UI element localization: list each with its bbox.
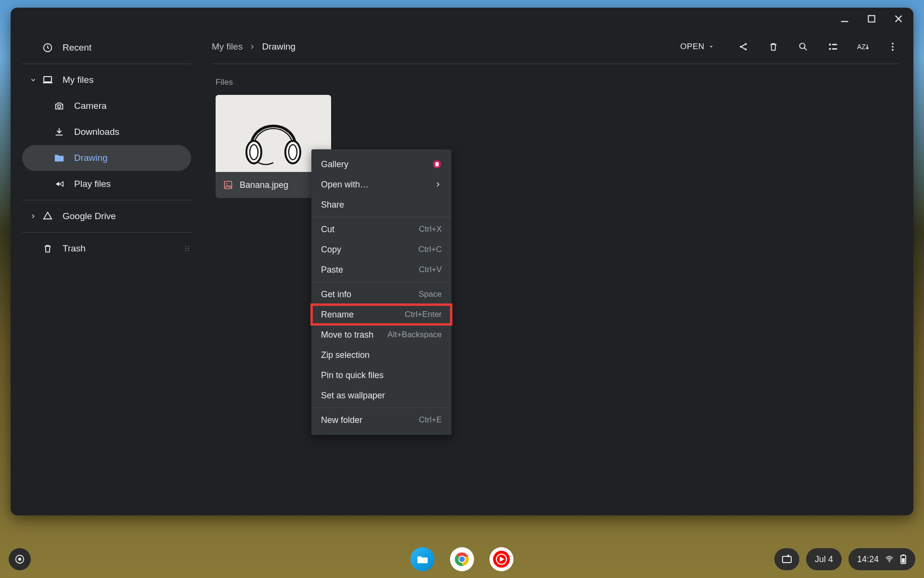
chevron-down-icon bbox=[25, 77, 41, 83]
sidebar-item-label: Downloads bbox=[74, 127, 119, 137]
ctx-paste[interactable]: Paste Ctrl+V bbox=[311, 260, 451, 280]
breadcrumb-current[interactable]: Drawing bbox=[262, 41, 295, 52]
ctx-label: Gallery bbox=[321, 159, 348, 170]
download-icon bbox=[53, 127, 65, 137]
launcher-button[interactable] bbox=[9, 548, 31, 570]
sidebar-item-label: Play files bbox=[74, 179, 111, 189]
shelf: Jul 4 14:24 bbox=[0, 540, 924, 578]
chevron-right-icon bbox=[25, 213, 41, 220]
open-button[interactable]: OPEN bbox=[675, 42, 719, 52]
shelf-screenshot-button[interactable] bbox=[774, 548, 799, 570]
svg-point-26 bbox=[250, 144, 258, 159]
close-button[interactable] bbox=[893, 13, 904, 24]
svg-point-14 bbox=[744, 43, 746, 45]
sidebar-item-camera[interactable]: Camera bbox=[11, 93, 203, 119]
battery-icon bbox=[900, 554, 907, 565]
svg-point-15 bbox=[744, 48, 746, 50]
view-toggle-button[interactable] bbox=[827, 40, 839, 53]
clock-icon bbox=[41, 42, 54, 53]
ctx-wallpaper[interactable]: Set as wallpaper bbox=[311, 385, 451, 406]
ctx-open-with[interactable]: Open with… bbox=[311, 174, 451, 195]
sidebar-item-label: Google Drive bbox=[63, 211, 116, 222]
ctx-rename[interactable]: Rename Ctrl+Enter bbox=[311, 304, 451, 325]
file-name: Banana.jpeg bbox=[240, 180, 288, 190]
gallery-app-icon bbox=[432, 159, 442, 169]
svg-rect-17 bbox=[829, 44, 831, 46]
sidebar-item-playfiles[interactable]: Play files bbox=[11, 171, 203, 197]
launcher-icon bbox=[14, 554, 25, 565]
ctx-copy[interactable]: Copy Ctrl+C bbox=[311, 239, 451, 260]
ctx-shortcut: Ctrl+C bbox=[418, 245, 442, 254]
shelf-date: Jul 4 bbox=[815, 554, 833, 565]
svg-rect-44 bbox=[902, 558, 905, 563]
laptop-icon bbox=[41, 74, 54, 86]
divider bbox=[22, 232, 191, 233]
svg-point-28 bbox=[289, 144, 297, 159]
ctx-shortcut: Ctrl+E bbox=[419, 415, 442, 425]
shelf-chrome-app[interactable] bbox=[450, 547, 474, 571]
svg-point-10 bbox=[188, 248, 189, 249]
sidebar-item-drawing[interactable]: Drawing bbox=[22, 145, 191, 171]
maximize-button[interactable] bbox=[866, 13, 877, 24]
ctx-label: Copy bbox=[321, 245, 341, 255]
sidebar-item-label: Trash bbox=[63, 243, 86, 254]
ctx-label: Set as wallpaper bbox=[321, 391, 385, 401]
shelf-ytmusic-app[interactable] bbox=[489, 547, 513, 571]
more-button[interactable] bbox=[886, 40, 899, 53]
svg-rect-0 bbox=[841, 21, 848, 22]
ctx-label: Move to trash bbox=[321, 330, 373, 340]
breadcrumb: My files Drawing bbox=[212, 41, 295, 52]
ctx-label: Share bbox=[321, 200, 344, 210]
sort-button[interactable]: AZ bbox=[857, 40, 869, 53]
screenshot-icon bbox=[781, 553, 793, 565]
svg-point-22 bbox=[892, 43, 894, 45]
camera-icon bbox=[53, 101, 65, 111]
folder-icon bbox=[416, 552, 429, 566]
share-button[interactable] bbox=[737, 40, 750, 53]
delete-button[interactable] bbox=[767, 40, 780, 53]
svg-rect-40 bbox=[783, 556, 791, 563]
play-icon bbox=[53, 179, 65, 189]
ctx-move-to-trash[interactable]: Move to trash Alt+Backspace bbox=[311, 325, 451, 345]
ctx-get-info[interactable]: Get info Space bbox=[311, 284, 451, 304]
sidebar-recent[interactable]: Recent bbox=[11, 35, 203, 61]
ctx-label: Paste bbox=[321, 265, 343, 275]
ctx-label: New folder bbox=[321, 415, 362, 425]
ctx-gallery[interactable]: Gallery bbox=[311, 154, 451, 174]
svg-rect-18 bbox=[829, 48, 831, 50]
divider bbox=[311, 282, 451, 282]
ctx-label: Get info bbox=[321, 289, 351, 300]
ctx-shortcut: Ctrl+V bbox=[419, 265, 442, 275]
open-label: OPEN bbox=[680, 42, 705, 52]
search-button[interactable] bbox=[797, 40, 809, 53]
ctx-cut[interactable]: Cut Ctrl+X bbox=[311, 219, 451, 239]
ctx-new-folder[interactable]: New folder Ctrl+E bbox=[311, 410, 451, 430]
shelf-date-pill[interactable]: Jul 4 bbox=[806, 548, 842, 570]
drive-icon bbox=[41, 211, 54, 222]
shelf-files-app[interactable] bbox=[411, 547, 435, 571]
sidebar-trash[interactable]: Trash bbox=[11, 236, 203, 262]
sidebar-googledrive[interactable]: Google Drive bbox=[11, 203, 203, 229]
shelf-status-pill[interactable]: 14:24 bbox=[848, 548, 915, 570]
chevron-right-icon bbox=[434, 181, 442, 188]
ctx-pin[interactable]: Pin to quick files bbox=[311, 365, 451, 385]
svg-point-12 bbox=[188, 250, 189, 251]
drag-handle-icon[interactable] bbox=[183, 245, 191, 252]
svg-rect-1 bbox=[868, 15, 874, 22]
ctx-label: Open with… bbox=[321, 180, 369, 190]
files-app-window: Recent My files Camera bbox=[11, 8, 913, 515]
ctx-share[interactable]: Share bbox=[311, 195, 451, 215]
main-panel: My files Drawing OPEN bbox=[203, 32, 913, 515]
breadcrumb-root[interactable]: My files bbox=[212, 41, 243, 52]
ctx-shortcut: Space bbox=[419, 289, 442, 299]
svg-rect-3 bbox=[44, 77, 51, 82]
sidebar: Recent My files Camera bbox=[11, 32, 203, 515]
divider bbox=[311, 217, 451, 217]
ctx-label: Cut bbox=[321, 224, 334, 235]
divider bbox=[212, 64, 899, 64]
toolbar: My files Drawing OPEN bbox=[212, 35, 899, 59]
sidebar-item-downloads[interactable]: Downloads bbox=[11, 119, 203, 145]
minimize-button[interactable] bbox=[839, 13, 850, 24]
sidebar-myfiles[interactable]: My files bbox=[11, 67, 203, 93]
ctx-zip[interactable]: Zip selection bbox=[311, 345, 451, 365]
